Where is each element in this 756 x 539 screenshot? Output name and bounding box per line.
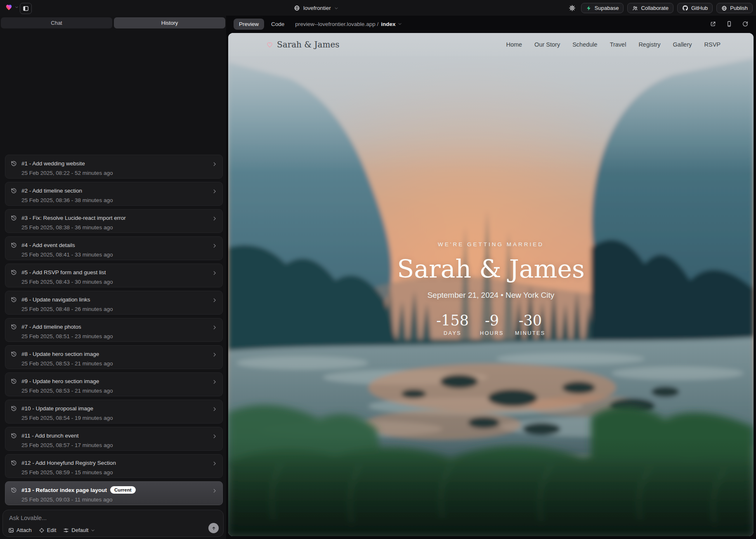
history-item[interactable]: #12 - Add Honeyfund Registry Section 25 …	[5, 454, 223, 478]
history-item-timestamp: 25 Feb 2025, 08:57 - 17 minutes ago	[21, 442, 212, 448]
refresh-icon[interactable]	[742, 21, 749, 27]
edit-button[interactable]: Edit	[39, 527, 56, 533]
tab-chat[interactable]: Chat	[1, 17, 112, 28]
site-logo[interactable]: Sarah & James	[266, 40, 340, 49]
history-restore-icon	[11, 188, 17, 194]
countdown-hours: -9HOURS	[479, 312, 505, 336]
topbar-actions: Supabase Collaborate GitHub Publish	[569, 3, 753, 13]
history-item[interactable]: #6 - Update navigation links 25 Feb 2025…	[5, 291, 223, 315]
history-item[interactable]: #10 - Update proposal image 25 Feb 2025,…	[5, 400, 223, 424]
tab-code[interactable]: Code	[271, 21, 284, 27]
preview-toolbar: Preview Code preview--lovefrontier.lovab…	[228, 16, 754, 32]
history-item[interactable]: #9 - Update hero section image 25 Feb 20…	[5, 372, 223, 396]
history-item[interactable]: #2 - Add timeline section 25 Feb 2025, 0…	[5, 182, 223, 206]
history-item-title: #5 - Add RSVP form and guest list	[21, 269, 106, 275]
chevron-right-icon[interactable]	[212, 433, 217, 439]
history-item-title: #2 - Add timeline section	[21, 188, 82, 194]
supabase-icon	[586, 5, 592, 11]
sidebar-toggle-button[interactable]	[20, 3, 32, 14]
history-restore-icon	[11, 242, 17, 248]
history-item-title: #7 - Add timeline photos	[21, 324, 81, 330]
publish-button[interactable]: Publish	[716, 3, 753, 13]
mode-select[interactable]: Default	[63, 527, 95, 533]
project-switcher[interactable]: lovefrontier	[294, 3, 338, 13]
nav-link-home[interactable]: Home	[506, 41, 522, 48]
chevron-right-icon[interactable]	[212, 352, 217, 358]
history-restore-icon	[11, 351, 17, 357]
history-item[interactable]: #13 - Refactor index page layoutCurrent …	[5, 481, 223, 505]
chevron-right-icon[interactable]	[212, 488, 217, 494]
supabase-button[interactable]: Supabase	[581, 3, 624, 13]
history-restore-icon	[11, 269, 17, 275]
history-item-timestamp: 25 Feb 2025, 08:54 - 19 minutes ago	[21, 415, 212, 421]
nav-link-schedule[interactable]: Schedule	[572, 41, 597, 48]
nav-link-travel[interactable]: Travel	[610, 41, 626, 48]
history-item[interactable]: #4 - Add event details 25 Feb 2025, 08:4…	[5, 236, 223, 260]
chevron-right-icon[interactable]	[212, 161, 217, 167]
chevron-right-icon[interactable]	[212, 325, 217, 330]
open-external-icon[interactable]	[710, 21, 716, 27]
supabase-label: Supabase	[595, 5, 619, 11]
sliders-icon	[63, 527, 69, 533]
chevron-down-icon	[15, 5, 19, 9]
settings-button[interactable]	[569, 5, 576, 12]
history-item[interactable]: #7 - Add timeline photos 25 Feb 2025, 08…	[5, 318, 223, 342]
nav-link-registry[interactable]: Registry	[638, 41, 660, 48]
github-button[interactable]: GitHub	[677, 3, 713, 13]
history-item[interactable]: #8 - Update hero section image 25 Feb 20…	[5, 345, 223, 369]
mode-label: Default	[71, 527, 88, 533]
history-item-timestamp: 25 Feb 2025, 08:43 - 30 minutes ago	[21, 279, 212, 285]
chat-history-panel: Chat History #1 - Add wedding website 25…	[0, 16, 226, 539]
site-nav: HomeOur StoryScheduleTravelRegistryGalle…	[506, 41, 721, 48]
countdown-label: DAYS	[436, 330, 469, 336]
countdown-days: -158DAYS	[436, 312, 469, 336]
preview-tools	[710, 21, 749, 27]
tab-preview[interactable]: Preview	[234, 19, 264, 30]
history-item[interactable]: #3 - Fix: Resolve Lucide-react import er…	[5, 209, 223, 233]
history-item-title: #9 - Update hero section image	[21, 378, 99, 384]
arrow-up-icon	[211, 525, 217, 531]
history-item-timestamp: 25 Feb 2025, 08:38 - 36 minutes ago	[21, 224, 212, 231]
globe-icon	[294, 5, 300, 11]
chat-composer[interactable]: Ask Lovable... Attach Edit Default	[2, 510, 224, 537]
send-button[interactable]	[208, 523, 219, 533]
nav-link-our-story[interactable]: Our Story	[534, 41, 560, 48]
site-preview-viewport: Sarah & James HomeOur StoryScheduleTrave…	[228, 33, 754, 536]
gear-icon	[569, 5, 576, 12]
chevron-right-icon[interactable]	[212, 270, 217, 276]
countdown-label: MINUTES	[515, 330, 546, 336]
app-topbar: lovefrontier Supabase Collaborate	[0, 0, 756, 16]
history-item-timestamp: 25 Feb 2025, 08:41 - 33 minutes ago	[21, 252, 212, 258]
history-item[interactable]: #5 - Add RSVP form and guest list 25 Feb…	[5, 264, 223, 287]
lovable-logo-menu[interactable]	[5, 3, 19, 11]
heart-icon	[266, 41, 273, 48]
chevron-right-icon[interactable]	[212, 461, 217, 466]
chevron-right-icon[interactable]	[212, 188, 217, 194]
chevron-right-icon[interactable]	[212, 379, 217, 385]
tab-history[interactable]: History	[114, 17, 225, 28]
github-label: GitHub	[691, 5, 708, 11]
nav-link-rsvp[interactable]: RSVP	[704, 41, 721, 48]
attach-button[interactable]: Attach	[8, 527, 32, 533]
chevron-right-icon[interactable]	[212, 297, 217, 303]
history-item-timestamp: 25 Feb 2025, 08:53 - 21 minutes ago	[21, 388, 212, 394]
history-item[interactable]: #11 - Add brunch event 25 Feb 2025, 08:5…	[5, 427, 223, 451]
hero-section: WE'RE GETTING MARRIED Sarah & James Sept…	[228, 241, 754, 336]
countdown-label: HOURS	[479, 330, 505, 336]
chevron-right-icon[interactable]	[212, 243, 217, 249]
history-item[interactable]: #1 - Add wedding website 25 Feb 2025, 08…	[5, 155, 223, 179]
chevron-right-icon[interactable]	[212, 406, 217, 412]
edit-select-icon	[39, 527, 45, 533]
chevron-right-icon[interactable]	[212, 216, 217, 221]
nav-link-gallery[interactable]: Gallery	[673, 41, 692, 48]
preview-url[interactable]: preview--lovefrontier.lovable.app / inde…	[295, 21, 402, 27]
history-item-title: #11 - Add brunch event	[21, 433, 79, 439]
collaborate-button[interactable]: Collaborate	[627, 3, 673, 13]
history-item-title: #1 - Add wedding website	[21, 160, 85, 167]
history-item-timestamp: 25 Feb 2025, 08:59 - 15 minutes ago	[21, 469, 212, 475]
history-item-title: #12 - Add Honeyfund Registry Section	[21, 460, 116, 466]
mobile-view-icon[interactable]	[726, 21, 732, 27]
countdown-value: -30	[515, 312, 546, 329]
chevron-down-icon	[91, 528, 95, 532]
chat-input[interactable]: Ask Lovable...	[9, 515, 47, 521]
